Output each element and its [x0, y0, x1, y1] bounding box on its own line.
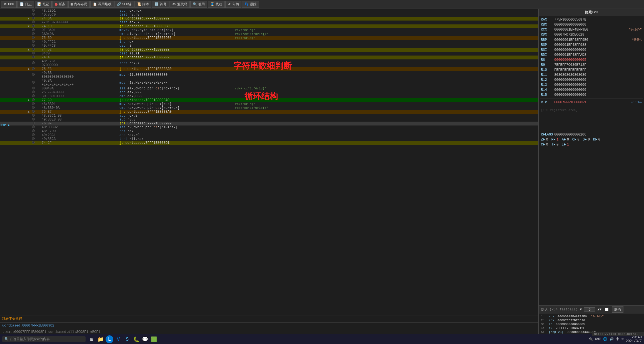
breakpoint-dot[interactable] — [32, 102, 35, 105]
breakpoint-btn[interactable]: 断点 — [52, 1, 68, 8]
disasm-row[interactable]: 4D:85C0 test r8,r8 — [0, 13, 538, 17]
breakpoint-dot[interactable] — [32, 98, 35, 101]
breakpoint-dot[interactable] — [32, 9, 35, 12]
disasm-row[interactable]: RIP ► 76 0F jbe ucrtbased.7FFF1E800902 — [0, 122, 538, 125]
breakpoint-dot[interactable] — [32, 13, 35, 16]
disasm-row[interactable]: 49:FFC8 dec r8 — [0, 44, 538, 48]
disasm-row[interactable]: 4D:8DC02 lea r9,qword ptr ds:[r10+rax] — [0, 125, 538, 129]
taskbar-app-4[interactable]: V — [114, 335, 122, 343]
breakpoint-dot[interactable] — [32, 61, 35, 64]
disasm-row[interactable]: 49:83E8 08 sub r8,8 — [0, 118, 538, 122]
breakpoint-dot[interactable] — [32, 110, 35, 113]
disasm-row[interactable]: 48:F7D0 not rax — [0, 129, 538, 133]
disasm-row[interactable]: ▼ 74 1D je ucrtbased.7FFF1E8008BD — [0, 24, 538, 28]
breakpoint-dot[interactable] — [32, 40, 35, 43]
disasm-row[interactable]: 49:FFC1 inc rcx — [0, 40, 538, 44]
breakpoint-dot[interactable] — [32, 129, 35, 132]
breakpoint-dot[interactable] — [32, 52, 35, 54]
cpu-btn[interactable]: 🖥 CPU — [1, 1, 17, 8]
disasm-row[interactable]: ▲ 75 E3 jne ucrtbased.7FFF1E8008A0 — [0, 67, 538, 71]
disasm-row[interactable]: 74 CF je ucrtbased.7FFF1E8008D1 — [0, 141, 538, 145]
bytes-cell — [72, 52, 119, 56]
disasm-row[interactable]: 48:F7C1 07000000 test rcx,7 — [0, 59, 538, 67]
disasm-row[interactable]: 25 FF0F0000 and eax,FFF — [0, 91, 538, 94]
decode-count-input[interactable] — [584, 307, 595, 312]
seh-btn[interactable]: 🔗 SEH链 — [114, 1, 134, 8]
breakpoint-dot[interactable] — [32, 81, 35, 84]
disasm-row[interactable]: ▲ 77 C0 ja ucrtbased.7FFF1E8008A0 — [0, 98, 538, 102]
symbol-btn[interactable]: 🔣 符号 — [152, 1, 169, 8]
decode-button[interactable]: 解码 — [612, 306, 623, 313]
disasm-row[interactable]: 48:2BD1 sub rdx,rcx — [0, 9, 538, 13]
taskbar-app-5[interactable]: S — [123, 335, 131, 343]
breakpoint-dot[interactable] — [32, 73, 35, 76]
breakpoint-dot[interactable] — [32, 106, 35, 109]
disasm-row[interactable]: 49:23C1 and rax,r9 — [0, 133, 538, 137]
source-btn[interactable]: <> 源代码 — [169, 1, 189, 8]
breakpoint-dot[interactable] — [32, 24, 35, 27]
instr-cell: je ucrtbased.7FFF1E800902 — [119, 17, 231, 21]
disasm-row[interactable]: 49:BA FEFEFEFEFEFEFEFF mov r10,FEFEFEFEF… — [0, 79, 538, 87]
disasm-scroll[interactable]: 48:2BD1 sub rdx,rcx 4D:85C0 test r8,r8 ▼… — [0, 9, 538, 315]
breakpoint-dot[interactable] — [32, 21, 35, 23]
breakpoint-dot[interactable] — [32, 133, 35, 136]
breakpoint-dot[interactable] — [32, 87, 35, 89]
breakpoint-dot[interactable] — [32, 94, 35, 97]
script-btn[interactable]: 📜 脚本 — [134, 1, 151, 8]
disasm-row[interactable]: F7C1 07000000 test ecx,7 — [0, 21, 538, 24]
disasm-row[interactable]: 49:85C3 test r11,rax — [0, 137, 538, 141]
breakpoint-dot[interactable] — [32, 114, 35, 117]
breakpoint-dot[interactable] — [32, 118, 35, 120]
handle-btn[interactable]: 🖇 句柄 — [225, 1, 241, 8]
memory-layout-btn[interactable]: ▦ 内存布局 — [68, 1, 90, 8]
breakpoint-dot[interactable] — [32, 137, 35, 140]
breakpoint-dot[interactable] — [32, 17, 35, 19]
task-search[interactable]: 🔍 在这里输入你要搜索的内容 — [2, 336, 86, 342]
disasm-row[interactable]: 49:BB 8080808080808080 mov r11,808080808… — [0, 71, 538, 79]
disasm-row[interactable]: 48:83C1 08 add rcx,8 — [0, 114, 538, 118]
taskbar-app-2[interactable]: 📁 — [97, 335, 104, 343]
breakpoint-dot[interactable] — [32, 56, 35, 58]
taskbar-app-8[interactable]: 🟩 — [150, 335, 158, 343]
thread-btn[interactable]: 🧵 线程 — [208, 1, 225, 8]
disasm-row[interactable]: 48:8B01 mov rax,qword ptr ds:[rcx] rcx:"… — [0, 102, 538, 106]
reg-content[interactable]: RAX 775F306C6C65687B RBX 000000000000000… — [539, 16, 644, 305]
disasm-row[interactable]: 8D040A lea eax,qword ptr ds:[rdx+rcx] rd… — [0, 87, 538, 91]
trace-btn[interactable]: 👣 跟踪 — [242, 1, 259, 8]
breakpoint-dot[interactable] — [32, 122, 35, 124]
disasm-row[interactable]: ▲ 75 B7 jne ucrtbased.7FFF1E8008A0 — [0, 110, 538, 114]
taskbar-app-6[interactable]: 🐛 — [132, 335, 140, 343]
taskbar-app-1[interactable]: ⊞ — [88, 335, 96, 343]
disasm-row[interactable]: 84C0 test al,al — [0, 52, 538, 56]
breakpoint-dot[interactable] — [32, 32, 35, 35]
caret-cell — [36, 48, 42, 52]
caret-cell — [36, 59, 42, 67]
disasm-row[interactable]: ▲ 74 52 je ucrtbased.7FFF1E800902 — [0, 48, 538, 52]
taskbar-app-3[interactable]: L — [106, 335, 113, 343]
disasm-row[interactable]: 75 5D jne ucrtbased.7FFF1E800905 rcx:"0r… — [0, 36, 538, 40]
taskbar-app-7[interactable]: 💬 — [141, 335, 149, 343]
log-btn[interactable]: 📄 日志 — [17, 1, 34, 8]
breakpoint-dot[interactable] — [32, 36, 35, 39]
breakpoint-dot[interactable] — [32, 67, 35, 70]
decode-checkbox[interactable] — [605, 308, 608, 311]
breakpoint-dot[interactable] — [32, 125, 35, 128]
disasm-row[interactable]: 3D F80F0000 cmp eax,FF8 — [0, 94, 538, 98]
breakpoint-dot[interactable] — [32, 48, 35, 51]
disasm-row[interactable]: 74 4E je ucrtbased.7FFF1E800902 — [0, 56, 538, 59]
breakpoint-dot[interactable] — [32, 141, 35, 144]
ref-btn[interactable]: 🔍 引用 — [190, 1, 207, 8]
notes-btn[interactable]: 📝 笔记 — [35, 1, 52, 8]
disasm-row[interactable]: 48:3B040A cmp rax,qword ptr ds:[rdx+rcx]… — [0, 106, 538, 110]
disasm-row[interactable]: 0F B601 movzx eax,byte ptr ds:[rcx] rcx:… — [0, 28, 538, 32]
call-stack-btn[interactable]: 📋 调用堆栈 — [90, 1, 114, 8]
breakpoint-dot[interactable] — [32, 28, 35, 31]
arrow-cell: ▲ — [0, 67, 31, 71]
disasm-row[interactable]: 3A040A cmp al,byte ptr ds:[rdx+rcx] rdx+… — [0, 32, 538, 36]
comment-cell — [231, 40, 538, 44]
breakpoint-dot[interactable] — [32, 91, 35, 93]
breakpoint-dot[interactable] — [32, 44, 35, 47]
disasm-row[interactable]: ▼ 74 6A je ucrtbased.7FFF1E800902 — [0, 17, 538, 21]
arrow-cell — [0, 91, 31, 94]
dot-cell — [31, 48, 36, 52]
